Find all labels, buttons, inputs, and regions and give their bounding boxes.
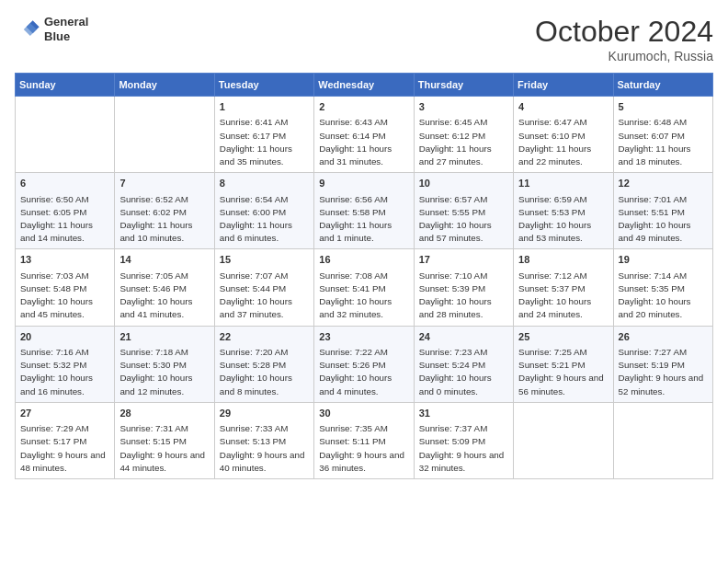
day-number: 28 [119,407,209,420]
calendar-cell: 11Sunrise: 6:59 AM Sunset: 5:53 PM Dayli… [514,173,613,249]
day-number: 8 [220,177,309,190]
calendar-cell: 10Sunrise: 6:57 AM Sunset: 5:55 PM Dayli… [414,173,513,249]
calendar-table: SundayMondayTuesdayWednesdayThursdayFrid… [15,73,713,479]
day-number: 15 [220,253,309,267]
day-number: 11 [518,177,608,190]
day-number: 21 [119,330,209,344]
calendar-cell: 28Sunrise: 7:31 AM Sunset: 5:15 PM Dayli… [115,402,214,478]
day-detail: Sunrise: 7:27 AM Sunset: 5:19 PM Dayligh… [619,346,708,398]
day-number: 24 [419,330,508,344]
calendar-cell: 21Sunrise: 7:18 AM Sunset: 5:30 PM Dayli… [115,326,214,402]
day-number: 3 [419,100,508,114]
calendar-cell: 7Sunrise: 6:52 AM Sunset: 6:02 PM Daylig… [115,173,214,249]
calendar-cell: 16Sunrise: 7:08 AM Sunset: 5:41 PM Dayli… [314,249,414,326]
calendar-cell [115,97,214,173]
day-detail: Sunrise: 7:12 AM Sunset: 5:37 PM Dayligh… [518,270,608,322]
calendar-week-row: 27Sunrise: 7:29 AM Sunset: 5:17 PM Dayli… [16,402,713,478]
day-detail: Sunrise: 6:45 AM Sunset: 6:12 PM Dayligh… [419,116,508,168]
col-header-sunday: Sunday [16,74,115,97]
day-number: 16 [319,253,408,267]
title-block: October 2024 Kurumoch, Russia [535,15,713,63]
col-header-tuesday: Tuesday [214,74,313,97]
calendar-cell: 14Sunrise: 7:05 AM Sunset: 5:46 PM Dayli… [115,249,214,326]
calendar-cell [613,402,712,478]
day-detail: Sunrise: 7:10 AM Sunset: 5:39 PM Dayligh… [419,270,508,322]
calendar-cell: 3Sunrise: 6:45 AM Sunset: 6:12 PM Daylig… [414,97,513,173]
day-detail: Sunrise: 7:18 AM Sunset: 5:30 PM Dayligh… [119,346,209,398]
day-detail: Sunrise: 7:33 AM Sunset: 5:13 PM Dayligh… [220,422,309,475]
calendar-cell: 6Sunrise: 6:50 AM Sunset: 6:05 PM Daylig… [16,173,115,249]
day-number: 27 [20,407,109,420]
day-detail: Sunrise: 6:41 AM Sunset: 6:17 PM Dayligh… [220,116,309,168]
calendar-cell: 29Sunrise: 7:33 AM Sunset: 5:13 PM Dayli… [214,402,313,478]
day-number: 30 [319,407,408,420]
day-number: 18 [518,253,608,267]
day-detail: Sunrise: 7:37 AM Sunset: 5:09 PM Dayligh… [419,422,508,475]
day-detail: Sunrise: 7:14 AM Sunset: 5:35 PM Dayligh… [619,270,708,322]
day-number: 9 [319,177,408,190]
day-detail: Sunrise: 6:43 AM Sunset: 6:14 PM Dayligh… [319,116,408,168]
day-detail: Sunrise: 6:47 AM Sunset: 6:10 PM Dayligh… [518,116,608,168]
day-detail: Sunrise: 7:16 AM Sunset: 5:32 PM Dayligh… [20,346,109,398]
day-detail: Sunrise: 7:35 AM Sunset: 5:11 PM Dayligh… [319,422,408,475]
day-detail: Sunrise: 6:54 AM Sunset: 6:00 PM Dayligh… [220,193,309,246]
calendar-cell: 12Sunrise: 7:01 AM Sunset: 5:51 PM Dayli… [613,173,712,249]
calendar-cell: 9Sunrise: 6:56 AM Sunset: 5:58 PM Daylig… [314,173,414,249]
calendar-week-row: 13Sunrise: 7:03 AM Sunset: 5:48 PM Dayli… [16,249,713,326]
calendar-cell: 24Sunrise: 7:23 AM Sunset: 5:24 PM Dayli… [414,326,513,402]
day-detail: Sunrise: 7:07 AM Sunset: 5:44 PM Dayligh… [220,270,309,322]
calendar-cell: 20Sunrise: 7:16 AM Sunset: 5:32 PM Dayli… [16,326,115,402]
day-number: 20 [20,330,109,344]
calendar-cell: 22Sunrise: 7:20 AM Sunset: 5:28 PM Dayli… [214,326,313,402]
calendar-cell: 13Sunrise: 7:03 AM Sunset: 5:48 PM Dayli… [16,249,115,326]
day-number: 25 [518,330,608,344]
day-number: 19 [619,253,708,267]
calendar-cell: 4Sunrise: 6:47 AM Sunset: 6:10 PM Daylig… [514,97,613,173]
day-number: 29 [220,407,309,420]
day-number: 1 [220,100,309,114]
col-header-wednesday: Wednesday [314,74,414,97]
day-number: 26 [619,330,708,344]
day-detail: Sunrise: 7:31 AM Sunset: 5:15 PM Dayligh… [119,422,209,475]
day-number: 2 [319,100,408,114]
calendar-cell: 5Sunrise: 6:48 AM Sunset: 6:07 PM Daylig… [613,97,712,173]
col-header-friday: Friday [514,74,613,97]
day-number: 22 [220,330,309,344]
day-detail: Sunrise: 7:01 AM Sunset: 5:51 PM Dayligh… [619,193,708,246]
day-detail: Sunrise: 7:25 AM Sunset: 5:21 PM Dayligh… [518,346,608,398]
calendar-cell: 26Sunrise: 7:27 AM Sunset: 5:19 PM Dayli… [613,326,712,402]
day-number: 31 [419,407,508,420]
day-number: 23 [319,330,408,344]
calendar-cell: 17Sunrise: 7:10 AM Sunset: 5:39 PM Dayli… [414,249,513,326]
day-detail: Sunrise: 7:05 AM Sunset: 5:46 PM Dayligh… [119,270,209,322]
col-header-saturday: Saturday [613,74,712,97]
calendar-header-row: SundayMondayTuesdayWednesdayThursdayFrid… [16,74,713,97]
day-number: 7 [119,177,209,190]
day-detail: Sunrise: 6:59 AM Sunset: 5:53 PM Dayligh… [518,193,608,246]
day-detail: Sunrise: 6:48 AM Sunset: 6:07 PM Dayligh… [619,116,708,168]
day-number: 14 [119,253,209,267]
day-detail: Sunrise: 6:52 AM Sunset: 6:02 PM Dayligh… [119,193,209,246]
col-header-monday: Monday [115,74,214,97]
col-header-thursday: Thursday [414,74,513,97]
logo-text: General Blue [44,15,88,43]
day-number: 17 [419,253,508,267]
calendar-cell [514,402,613,478]
day-detail: Sunrise: 7:20 AM Sunset: 5:28 PM Dayligh… [220,346,309,398]
day-detail: Sunrise: 7:29 AM Sunset: 5:17 PM Dayligh… [20,422,109,475]
calendar-cell [16,97,115,173]
location: Kurumoch, Russia [535,49,713,63]
calendar-cell: 18Sunrise: 7:12 AM Sunset: 5:37 PM Dayli… [514,249,613,326]
page-header: General Blue October 2024 Kurumoch, Russ… [15,15,713,63]
calendar-cell: 25Sunrise: 7:25 AM Sunset: 5:21 PM Dayli… [514,326,613,402]
calendar-cell: 1Sunrise: 6:41 AM Sunset: 6:17 PM Daylig… [214,97,313,173]
calendar-cell: 8Sunrise: 6:54 AM Sunset: 6:00 PM Daylig… [214,173,313,249]
calendar-cell: 19Sunrise: 7:14 AM Sunset: 5:35 PM Dayli… [613,249,712,326]
day-detail: Sunrise: 6:57 AM Sunset: 5:55 PM Dayligh… [419,193,508,246]
day-number: 6 [20,177,109,190]
calendar-cell: 15Sunrise: 7:07 AM Sunset: 5:44 PM Dayli… [214,249,313,326]
day-detail: Sunrise: 6:50 AM Sunset: 6:05 PM Dayligh… [20,193,109,246]
calendar-week-row: 20Sunrise: 7:16 AM Sunset: 5:32 PM Dayli… [16,326,713,402]
calendar-cell: 31Sunrise: 7:37 AM Sunset: 5:09 PM Dayli… [414,402,513,478]
day-detail: Sunrise: 6:56 AM Sunset: 5:58 PM Dayligh… [319,193,408,246]
